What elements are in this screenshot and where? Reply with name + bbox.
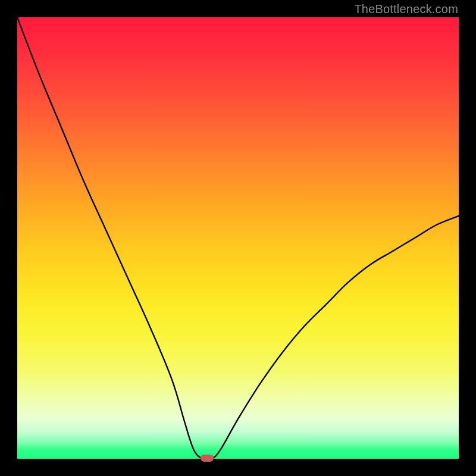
bottleneck-curve bbox=[17, 17, 459, 459]
watermark-text: TheBottleneck.com bbox=[354, 2, 458, 16]
chart-canvas: TheBottleneck.com bbox=[0, 0, 476, 476]
optimum-marker bbox=[201, 455, 214, 462]
plot-area bbox=[17, 17, 459, 459]
